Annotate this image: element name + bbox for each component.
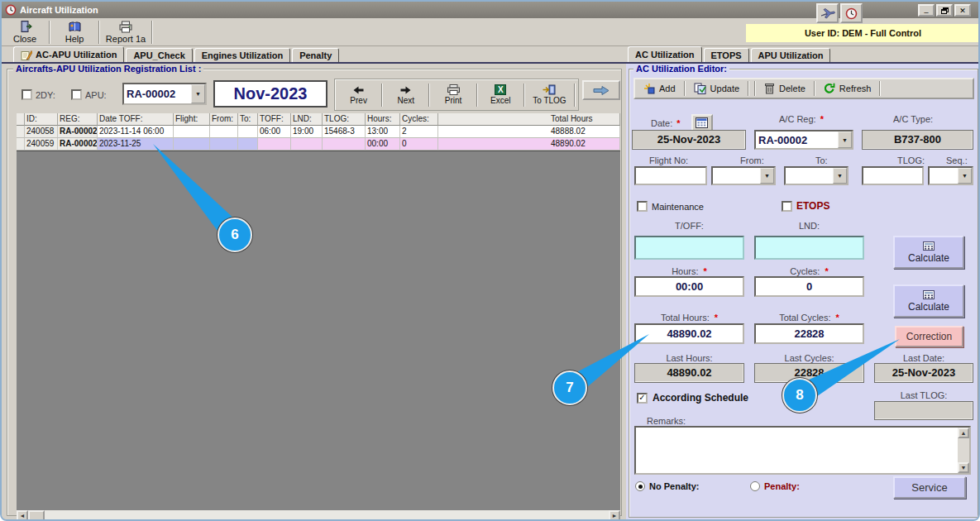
scroll-right-icon[interactable]: ► [609,510,620,521]
prev-label: Prev [350,96,367,105]
chevron-down-icon[interactable]: ▼ [191,84,205,103]
report-1a-button[interactable]: Report 1a [101,19,151,45]
arrow-right-icon [399,85,412,95]
scroll-left-icon[interactable]: ◄ [17,510,28,521]
calculate-hours-button[interactable]: Calculate [893,236,964,269]
tab-apu-check[interactable]: APU_Check [126,48,192,62]
tab-etops[interactable]: ETOPS [704,48,749,62]
ac-reg-combo[interactable]: RA-00002 ▼ [754,130,853,150]
reg-filter-combo[interactable]: RA-00002 ▼ [122,83,207,105]
minimize-button[interactable]: _ [918,4,935,17]
remarks-textarea[interactable]: ▲ ▼ [634,426,971,475]
plane-button[interactable] [816,3,839,23]
from-combo[interactable]: ▼ [711,166,776,185]
next-record-arrow-button[interactable] [582,80,620,100]
horizontal-scrollbar[interactable]: ◄ ► [17,510,620,521]
penalty-radio[interactable] [750,481,760,491]
toolbar-separator [476,84,478,107]
cell-date-toff: 2023-11-14 06:00 [98,126,174,138]
user-id-banner: User ID: DEM - Full Control [746,24,980,42]
cell-hours: 00:00 [366,138,400,151]
table-row-selected[interactable]: 240059 RA-00002 2023-11-25 00:00 0 48890… [17,138,620,151]
calendar-icon [696,117,708,128]
tab-penalty[interactable]: Penalty [292,48,339,62]
excel-button[interactable]: X Excel [479,82,523,108]
seq-combo[interactable]: ▼ [928,166,973,185]
table-row[interactable]: 240058 RA-00002 2023-11-14 06:00 06:00 1… [17,126,620,138]
cell-id: 240059 [25,138,58,151]
toff-input[interactable] [634,236,744,260]
cell-lnd [291,138,323,151]
tab-engines-utilization[interactable]: Engines Utilization [194,48,290,62]
ac-reg-label: A/C Reg: [779,114,816,124]
update-button[interactable]: Update [691,81,743,96]
2dy-checkbox[interactable] [22,89,32,100]
print-button[interactable]: Print [431,82,475,108]
ac-reg-label-row: A/C Reg: * [779,114,824,124]
close-window-button[interactable]: ✕ [954,4,971,17]
row-selector[interactable] [17,138,25,151]
chevron-down-icon[interactable]: ▼ [760,168,774,184]
delete-button[interactable]: Delete [761,81,809,96]
total-cycles-input[interactable]: 22828 [754,323,864,344]
etops-checkbox[interactable] [782,201,792,212]
cell-date-toff: 2023-11-25 [98,138,174,151]
row-selector[interactable] [17,126,25,138]
col-header-reg: REG: [58,113,98,126]
tlog-input[interactable] [862,166,924,185]
to-tlog-button[interactable]: To TLOG [526,82,573,108]
hours-input[interactable]: 00:00 [634,276,744,297]
lnd-input[interactable] [754,236,864,260]
scroll-down-icon[interactable]: ▼ [958,462,969,473]
ac-type-label: A/C Type: [893,114,933,124]
cell-hours: 13:00 [366,126,400,138]
remarks-scrollbar[interactable]: ▲ ▼ [958,428,969,473]
to-combo[interactable]: ▼ [784,166,849,185]
calculate-totals-button[interactable]: Calculate [893,284,964,318]
help-button[interactable]: Help [51,19,98,45]
add-button[interactable]: Add [640,81,679,96]
arrow-left-icon [352,85,365,95]
maintenance-checkbox[interactable] [637,201,648,212]
restore-icon [941,7,949,14]
according-schedule-label: According Schedule [653,392,748,404]
right-tab-strip: AC Utilization ETOPS APU Utilization [628,46,978,62]
tab-ac-apu-utilization[interactable]: AC-APU Utilization [13,46,124,62]
scroll-up-icon[interactable]: ▲ [958,428,969,438]
total-hours-input[interactable]: 48890.02 [634,323,744,344]
tab-label: APU Utilization [758,50,824,60]
no-penalty-radio[interactable] [635,481,645,491]
restore-button[interactable] [936,4,953,17]
service-button[interactable]: Service [893,476,966,499]
clock-icon [845,7,858,20]
etops-row: ETOPS [782,200,829,212]
chevron-down-icon[interactable]: ▼ [838,131,852,148]
correction-button[interactable]: Correction [895,326,963,347]
cell-from [210,126,238,138]
flight-no-label: Flight No: [649,155,688,165]
chevron-down-icon[interactable]: ▼ [833,168,847,184]
toolbar-separator [151,21,153,44]
total-cycles-label-row: Total Cycles:* [754,313,864,323]
toolbar-separator [574,84,576,107]
clock-button[interactable] [840,3,863,23]
tab-ac-utilization[interactable]: AC Utilization [628,46,702,62]
toolbar-separator [879,81,881,96]
remarks-label: Remarks: [647,416,686,426]
scrollbar-thumb[interactable] [28,510,45,521]
next-button[interactable]: Next [384,82,428,108]
callout-number: 6 [231,227,238,243]
prev-button[interactable]: Prev [337,82,380,108]
chevron-down-icon[interactable]: ▼ [958,168,972,184]
cycles-input[interactable]: 0 [754,276,864,297]
close-button[interactable]: Close [2,19,48,45]
tab-apu-utilization[interactable]: APU Utilization [751,48,831,62]
flight-no-input[interactable] [634,166,707,185]
apu-checkbox[interactable] [71,89,82,100]
refresh-button[interactable]: Refresh [820,81,875,96]
calendar-button[interactable] [691,114,713,131]
to-label: To: [815,155,828,165]
excel-icon: X [495,84,506,95]
col-header-toff: TOFF: [258,113,291,126]
according-schedule-checkbox[interactable]: ✓ [637,393,648,404]
